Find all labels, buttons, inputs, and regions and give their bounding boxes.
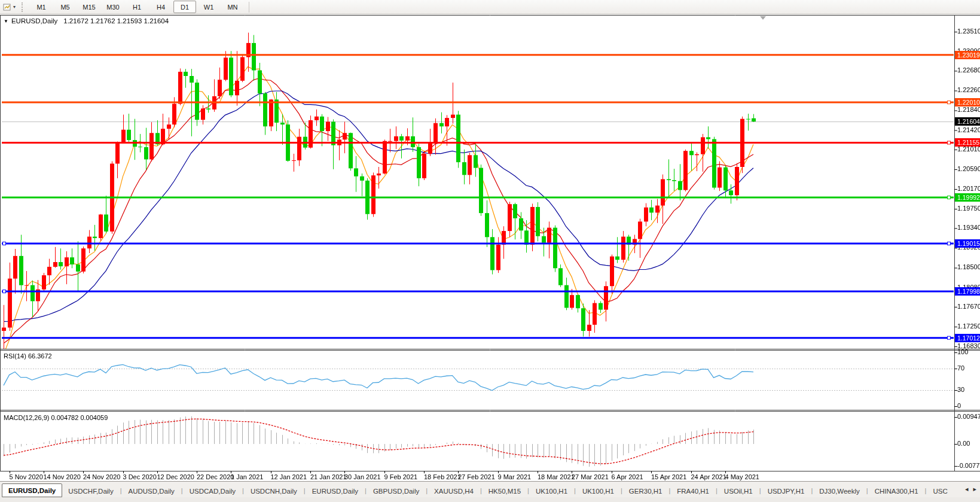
date-axis-label: 27 Feb 2021	[458, 473, 495, 480]
price-axis-label: 1.23510	[957, 28, 980, 35]
price-axis-label: 1.22260	[957, 86, 980, 93]
price-axis-label: 1.19750	[957, 205, 980, 212]
date-axis-label: 6 Apr 2021	[612, 473, 643, 480]
date-axis-label: 12 Jan 2021	[271, 473, 307, 480]
chart-tab-usc[interactable]: USC	[927, 485, 953, 497]
date-axis-label: 24 Apr 2021	[691, 473, 726, 480]
hline-price-badge: 1.19015	[955, 239, 980, 248]
hline-price-badge: 1.17012	[955, 334, 980, 342]
date-axis-label: 5 Nov 2020	[10, 473, 43, 480]
chart-tab-hk50-m15[interactable]: HK50,M15	[483, 485, 527, 497]
rsi-indicator-label: RSI(14) 66.3672	[4, 352, 52, 360]
macd-scale-label: 0.009478	[957, 413, 980, 420]
price-axis-label: 1.18500	[957, 263, 980, 270]
tab-scroll-right-icon[interactable]: ▸	[973, 485, 976, 493]
tab-scroll-left-icon[interactable]: ◂	[965, 485, 969, 493]
tab-scroll-arrows: ◂ ▸	[965, 485, 976, 493]
chart-tab-usdcnh-daily[interactable]: USDCNH,Daily	[245, 485, 303, 497]
date-axis-label: 9 Feb 2021	[384, 473, 418, 480]
symbol-dropdown-icon[interactable]: ▼	[4, 19, 8, 24]
chart-tab-eurusd-daily[interactable]: EURUSD,Daily	[2, 483, 62, 497]
chart-tab-audusd-daily[interactable]: AUDUSD,Daily	[123, 485, 181, 497]
date-axis-label: 1 Jan 2021	[231, 473, 263, 480]
hline-price-badge: 1.21155	[955, 138, 980, 147]
date-axis-label: 22 Dec 2020	[197, 473, 234, 480]
chart-tab-usoil-h1[interactable]: USOil,H1	[718, 485, 759, 497]
date-axis-label: 30 Jan 2021	[344, 473, 381, 480]
chart-tab-fra40-h1[interactable]: FRA40,H1	[671, 485, 715, 497]
chart-tab-china300-h1[interactable]: CHINA300,H1	[869, 485, 924, 497]
price-axis-label: 1.22680	[957, 66, 980, 74]
mt4-chart-window: ▾ M1M5M15M30H1H4D1W1MN ▼EURUSD,Daily1.21…	[0, 0, 980, 502]
date-axis-label: 9 Mar 2021	[498, 473, 532, 480]
price-axis-label: 1.21840	[957, 106, 980, 113]
status-strip	[0, 497, 980, 502]
date-axis-label: 3 Dec 2020	[123, 473, 157, 480]
date-axis-label: 14 Nov 2020	[44, 473, 81, 480]
chart-tab-gbpusd-daily[interactable]: GBPUSD,Daily	[367, 485, 425, 497]
hline-price-badge: 1.22010	[955, 98, 980, 107]
rsi-scale-label: 100	[957, 348, 968, 355]
chart-symbol: EURUSD,Daily	[11, 17, 57, 25]
hline-price-badge: 1.19992	[955, 193, 980, 202]
hline-price-badge: 1.17998	[955, 287, 980, 296]
chart-tab-uk100-h1[interactable]: UK100,H1	[576, 485, 620, 497]
date-axis-label: 18 Mar 2021	[538, 473, 575, 480]
date-axis-label: 24 Nov 2020	[83, 473, 120, 480]
date-axis-label: 4 May 2021	[725, 473, 759, 480]
price-axis-label: 1.17670	[957, 303, 980, 310]
hline-price-badge: 1.23019	[955, 51, 980, 59]
price-axis-label: 1.17250	[957, 323, 980, 330]
chart-tab-dj30-weekly[interactable]: DJ30,Weekly	[813, 485, 866, 497]
chart-tab-bar: EURUSD,DailyUSDCHF,Daily|AUDUSD,Daily|US…	[0, 481, 980, 497]
chart-tabs: EURUSD,DailyUSDCHF,Daily|AUDUSD,Daily|US…	[0, 483, 954, 497]
current-price-badge: 1.21604	[955, 117, 980, 126]
date-axis-label: 18 Feb 2021	[424, 473, 461, 480]
date-axis-label: 12 Dec 2020	[157, 473, 194, 480]
price-axis-label: 1.19340	[957, 224, 980, 231]
macd-scale-label: 0.00	[957, 440, 970, 447]
rsi-scale-label: 0	[957, 402, 961, 409]
price-chart-canvas[interactable]	[0, 0, 980, 481]
rsi-scale-label: 30	[957, 386, 964, 393]
price-axis-label: 1.20170	[957, 185, 980, 192]
date-axis-label: 27 Mar 2021	[572, 473, 609, 480]
rsi-scale-label: 70	[957, 364, 964, 372]
chart-tab-usdcad-daily[interactable]: USDCAD,Daily	[184, 485, 242, 497]
chart-title: ▼EURUSD,Daily1.21672 1.21762 1.21593 1.2…	[4, 17, 169, 25]
chart-tab-eurusd-daily[interactable]: EURUSD,Daily	[306, 485, 364, 497]
chart-tab-ger30-h1[interactable]: GER30,H1	[623, 485, 668, 497]
chart-tab-usdjpy-h1[interactable]: USDJPY,H1	[762, 485, 811, 497]
date-axis-label: 21 Jan 2021	[310, 473, 347, 480]
chart-tab-xauusd-h4[interactable]: XAUUSD,H4	[428, 485, 480, 497]
chart-ohlc-values: 1.21672 1.21762 1.21593 1.21604	[63, 17, 169, 25]
chart-tab-uk100-h1[interactable]: UK100,H1	[530, 485, 573, 497]
date-axis-label: 15 Apr 2021	[651, 473, 686, 480]
macd-scale-label: -0.007778	[957, 462, 980, 469]
chart-tab-usdchf-daily[interactable]: USDCHF,Daily	[62, 485, 119, 497]
macd-indicator-label: MACD(12,26,9) 0.004782 0.004059	[4, 414, 108, 421]
price-axis-label: 1.20590	[957, 165, 980, 172]
price-axis-label: 1.21420	[957, 126, 980, 133]
